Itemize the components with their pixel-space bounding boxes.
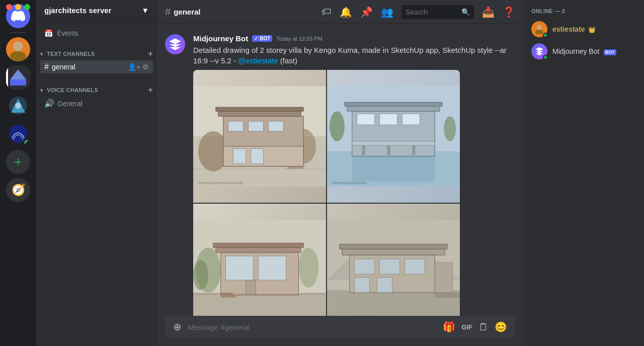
header-icons: 🏷 🔔 📌 👥 🔍 📥 ❓	[321, 5, 515, 19]
svg-rect-28	[352, 156, 435, 182]
minimize-button[interactable]	[15, 4, 21, 10]
category-arrow-voice: ▾	[40, 88, 43, 93]
members-sidebar: ONLINE — 2 estiestate 👑	[523, 0, 644, 346]
server-icon-user3[interactable]: 🔊	[6, 122, 30, 146]
member-item-midjourney-bot[interactable]: Midjourney Bot BOT	[527, 40, 640, 62]
svg-point-75	[535, 30, 543, 34]
server-icon-gjarchitects[interactable]	[6, 65, 30, 90]
channel-item-voice-general[interactable]: 🔊 General	[40, 97, 153, 110]
svg-point-5	[15, 103, 21, 109]
explore-servers-button[interactable]: 🧭	[6, 178, 30, 202]
gif-button[interactable]: GIF	[461, 323, 472, 331]
add-voice-channel-button[interactable]: +	[148, 85, 153, 95]
message-timestamp-1: Today at 12:03 PM	[276, 36, 323, 42]
server-icon-user2[interactable]	[6, 94, 30, 118]
hash-icon: #	[44, 62, 49, 71]
sticker-icon[interactable]: 🗒	[478, 321, 489, 333]
svg-rect-69	[405, 259, 425, 274]
svg-marker-49	[216, 247, 301, 252]
channel-item-general[interactable]: # general 👤+ ⚙	[40, 60, 153, 73]
pin-icon[interactable]: 📌	[360, 6, 373, 18]
category-arrow-text: ▾	[40, 51, 43, 57]
svg-text:Waterfront perspective: Waterfront perspective	[332, 181, 367, 185]
chat-header: # general 🏷 🔔 📌 👥 🔍 📥 ❓	[157, 0, 523, 24]
svg-rect-71	[377, 278, 392, 293]
svg-rect-33	[380, 114, 397, 125]
add-text-channel-button[interactable]: +	[148, 49, 153, 58]
member-avatar-estiestate	[531, 21, 547, 37]
svg-marker-55	[221, 295, 236, 298]
server-header[interactable]: gjarchitects server ▼	[36, 0, 157, 21]
speaker-icon: 🔊	[44, 99, 54, 108]
server-icon-user1[interactable]	[6, 37, 30, 61]
chat-input-box: ⊕ 🎁 GIF 🗒 😊	[165, 316, 515, 338]
svg-marker-65	[340, 244, 447, 249]
svg-marker-72	[435, 293, 460, 298]
message-image-grid-1[interactable]: SketchUp architectural study	[193, 70, 460, 316]
svg-rect-68	[380, 259, 400, 274]
image-cell-2[interactable]: Waterfront perspective	[327, 70, 460, 203]
svg-text:SketchUp architectural study: SketchUp architectural study	[198, 181, 243, 185]
svg-point-74	[537, 25, 542, 30]
server-sidebar: 🔊 + 🧭	[0, 0, 36, 346]
channel-sidebar: gjarchitects server ▼ 📅 Events ▾ TEXT CH…	[36, 0, 157, 346]
svg-point-46	[298, 247, 318, 288]
search-box[interactable]: 🔍	[401, 5, 474, 19]
image-cell-3[interactable]: Garden elevation view	[193, 204, 326, 316]
add-attachment-button[interactable]: ⊕	[173, 321, 182, 333]
svg-point-39	[330, 111, 345, 141]
main-content: # general 🏷 🔔 📌 👥 🔍 📥 ❓	[157, 0, 523, 346]
svg-point-0	[13, 41, 23, 51]
add-member-icon[interactable]: 👤+	[128, 63, 140, 71]
text-channels-category[interactable]: ▾ TEXT CHANNELS +	[36, 41, 157, 60]
svg-rect-34	[402, 114, 420, 125]
svg-rect-37	[387, 145, 390, 155]
svg-rect-67	[355, 259, 375, 274]
emoji-picker-button[interactable]: 😊	[495, 321, 507, 333]
message-header-1: Midjourney Bot ✓ BOT Today at 12:03 PM	[193, 34, 515, 43]
channel-list: 📅 Events ▾ TEXT CHANNELS + # general	[36, 21, 157, 346]
member-status-midjourney-bot	[543, 55, 548, 60]
svg-marker-64	[342, 249, 445, 255]
svg-marker-14	[216, 107, 303, 111]
image-cell-4[interactable]: Corner perspective detail	[327, 204, 460, 316]
events-item[interactable]: 📅 Events	[36, 25, 157, 41]
svg-marker-21	[286, 166, 303, 169]
add-server-button[interactable]: +	[6, 150, 30, 174]
bot-badge-member: BOT	[604, 49, 616, 55]
channel-settings-icon[interactable]: ⚙	[142, 63, 149, 71]
svg-rect-2	[10, 79, 26, 85]
svg-text:Garden elevation view: Garden elevation view	[198, 315, 233, 316]
member-item-estiestate[interactable]: estiestate 👑	[527, 18, 640, 40]
notification-bell-icon[interactable]: 🔔	[340, 6, 352, 18]
message-input[interactable]	[188, 318, 437, 336]
tag-icon[interactable]: 🏷	[321, 6, 332, 18]
svg-marker-30	[347, 106, 440, 111]
gift-icon[interactable]: 🎁	[443, 321, 455, 333]
help-icon[interactable]: ❓	[503, 6, 515, 18]
members-icon[interactable]: 👥	[381, 6, 393, 18]
svg-rect-70	[355, 278, 370, 293]
search-input[interactable]	[406, 8, 458, 16]
svg-rect-17	[268, 121, 283, 131]
channel-hash-icon: #	[165, 6, 171, 18]
member-name-estiestate: estiestate 👑	[552, 25, 596, 34]
voice-channel-name-general: General	[57, 100, 83, 108]
member-name-midjourney-bot: Midjourney Bot BOT	[552, 47, 616, 56]
inbox-icon[interactable]: 📥	[482, 6, 495, 18]
message-text-1: Detailed drawing of 2 storey villa by Ke…	[193, 45, 515, 66]
voice-channels-category[interactable]: ▾ VOICE CHANNELS +	[36, 77, 157, 97]
svg-rect-15	[228, 121, 244, 131]
svg-point-47	[193, 260, 208, 290]
maximize-button[interactable]	[24, 4, 30, 10]
text-channels-label: TEXT CHANNELS	[47, 51, 95, 57]
message-1: Midjourney Bot ✓ BOT Today at 12:03 PM D…	[157, 32, 523, 316]
close-button[interactable]	[6, 4, 12, 10]
message-content-1: Midjourney Bot ✓ BOT Today at 12:03 PM D…	[193, 34, 515, 316]
channel-name-general: general	[52, 63, 75, 71]
input-actions: 🎁 GIF 🗒 😊	[443, 321, 507, 333]
svg-rect-52	[259, 256, 286, 280]
svg-rect-38	[412, 145, 415, 155]
image-cell-1[interactable]: SketchUp architectural study	[193, 70, 326, 203]
svg-marker-50	[213, 243, 303, 247]
